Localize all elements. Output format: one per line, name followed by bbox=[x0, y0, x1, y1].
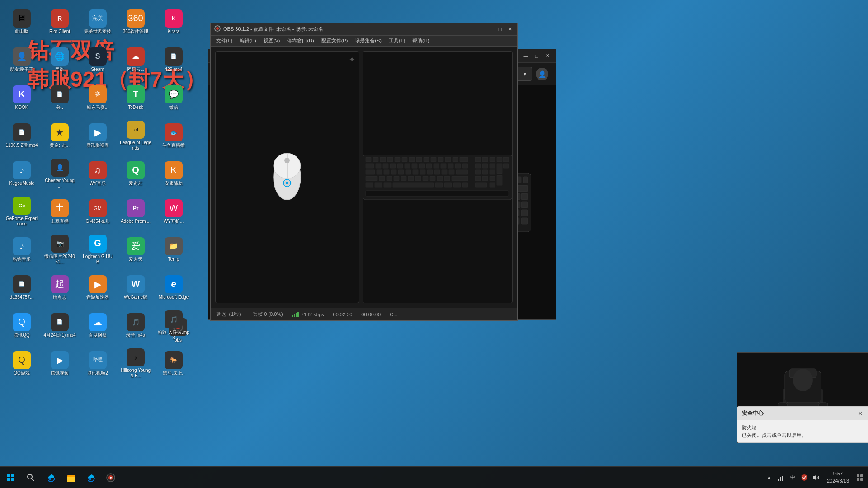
desktop-icon-tudou[interactable]: 土 土豆直播 bbox=[42, 193, 78, 230]
desktop-icon-steam[interactable]: S Steam bbox=[80, 42, 116, 78]
desktop-icon-wx2024[interactable]: 📷 微信图片2024051... bbox=[42, 231, 78, 267]
taskbar-search-btn[interactable] bbox=[22, 469, 40, 487]
desktop-icon-qq-game[interactable]: Q QQ游戏 bbox=[4, 345, 40, 381]
notification-close-btn[interactable]: ✕ bbox=[858, 410, 863, 417]
taskbar: ▲ 中 bbox=[0, 466, 868, 488]
huangjin-icon: ★ bbox=[51, 123, 69, 141]
tray-expand-icon[interactable]: ▲ bbox=[764, 473, 774, 482]
tray-network-icon[interactable] bbox=[776, 473, 785, 482]
svg-rect-218 bbox=[482, 170, 488, 174]
desktop-icon-wechat[interactable]: 💬 微信 bbox=[156, 80, 192, 116]
obs-menu-help[interactable]: 帮助(H) bbox=[409, 37, 433, 45]
obs-mouse-settings-icon: ✦ bbox=[349, 55, 355, 64]
obs-close-btn[interactable]: ✕ bbox=[506, 26, 514, 33]
desktop-icon-kirara[interactable]: K Kirara bbox=[156, 4, 192, 40]
desktop-icon-wy-open[interactable]: W WY开扩... bbox=[156, 193, 192, 230]
svg-rect-153 bbox=[402, 157, 407, 162]
taskbar-clock[interactable]: 9:57 2024/8/13 bbox=[823, 470, 853, 484]
desktop-icon-edge[interactable]: e Microsoft Edge bbox=[156, 269, 192, 305]
desktop-icon-mp4-429[interactable]: 📄 429.mp4 bbox=[156, 42, 192, 78]
desktop-icon-douyu[interactable]: 🐟 斗鱼直播推 bbox=[156, 117, 192, 154]
desktop-icon-tengxun-video[interactable]: ▶ 腾讯影视库 bbox=[80, 117, 116, 154]
jsmz-label: 赣东马赛... bbox=[87, 105, 108, 110]
svg-rect-149 bbox=[373, 157, 378, 162]
desktop-icon-bilibili-pan[interactable]: 哔哩 腾讯视频2 bbox=[80, 345, 116, 381]
tray-security-icon[interactable] bbox=[800, 473, 809, 482]
desktop-icon-portrait[interactable]: 👤 朋友:刷干千 bbox=[4, 42, 40, 78]
obs-maximize-btn[interactable]: □ bbox=[496, 26, 504, 33]
tray-volume-icon[interactable] bbox=[811, 473, 821, 482]
user-account-icon[interactable]: 👤 bbox=[536, 68, 548, 80]
svg-rect-175 bbox=[462, 164, 468, 168]
svg-rect-208 bbox=[462, 183, 468, 187]
obs-menu-tools[interactable]: 工具(T) bbox=[385, 37, 409, 45]
desktop-icon-iqiyi[interactable]: Q 爱奇艺 bbox=[118, 155, 154, 192]
desktop-icon-baidu-pan[interactable]: ☁ 百度网盘 bbox=[80, 307, 116, 343]
desktop-icon-iqiyi2[interactable]: 爱 爱大天 bbox=[118, 231, 154, 267]
desktop-icon-kugou[interactable]: ♪ KugouMusic bbox=[4, 155, 40, 192]
taskbar-explorer-icon[interactable] bbox=[61, 468, 80, 487]
svg-rect-217 bbox=[475, 170, 481, 174]
svg-rect-224 bbox=[475, 183, 487, 187]
desktop-icon-chester[interactable]: 👤 Chester Young ... bbox=[42, 155, 78, 192]
desktop-icon-temp[interactable]: 📁 Temp bbox=[156, 231, 192, 267]
obs-minimize-btn[interactable]: — bbox=[486, 26, 494, 33]
desktop-icon-huangjin[interactable]: ★ 黄金: 进... bbox=[42, 117, 78, 154]
obs-menu-view[interactable]: 视图(V) bbox=[260, 37, 284, 45]
tray-ime-icon[interactable]: 中 bbox=[788, 473, 797, 482]
desktop-icon-da364[interactable]: 📄 da364757... bbox=[4, 269, 40, 305]
desktop-icon-zhenpo[interactable]: 🎵 箱路-入阵破.mp3 bbox=[156, 307, 192, 343]
obs-mouse-panel: ✦ bbox=[215, 51, 359, 303]
desktop-icon-jsmz[interactable]: 赛 赣东马赛... bbox=[80, 80, 116, 116]
desktop-icon-wy-music[interactable]: ♫ WY音乐 bbox=[80, 155, 116, 192]
desktop-icon-heima[interactable]: 🐎 黑马:未上.. bbox=[156, 345, 192, 381]
svg-rect-172 bbox=[441, 164, 446, 168]
obs-menu-profile[interactable]: 配置文件(P) bbox=[318, 37, 352, 45]
desktop-icon-adobe-pr[interactable]: Pr Adobe Premi... bbox=[118, 193, 154, 230]
svg-rect-215 bbox=[490, 164, 495, 168]
desktop-icon-mp4-1100[interactable]: 📄 1100.5.2话.mp4 bbox=[4, 117, 40, 154]
desktop-icon-tengxun-video2[interactable]: ▶ 腾讯视频 bbox=[42, 345, 78, 381]
obs-menu-scene[interactable]: 场景集合(S) bbox=[351, 37, 385, 45]
desktop-icon-jx3[interactable]: 完美 完美世界竞技 bbox=[80, 4, 116, 40]
desktop-icon-hillsong[interactable]: ♪ Hillsong Young & F... bbox=[118, 345, 154, 381]
taskbar-edge-icon[interactable] bbox=[42, 468, 61, 487]
svg-rect-191 bbox=[387, 176, 392, 181]
taskbar-edge2-icon[interactable] bbox=[81, 468, 100, 487]
desktop-icon-lol[interactable]: LoL League of Legends bbox=[118, 117, 154, 154]
desktop-icon-logitech-ghub[interactable]: G Logitech G HUB bbox=[80, 231, 116, 267]
desktop-icon-fen[interactable]: 📄 分.. bbox=[42, 80, 78, 116]
svg-rect-156 bbox=[424, 157, 429, 162]
obs-menu-file[interactable]: 文件(F) bbox=[212, 37, 236, 45]
tray-notification-icon[interactable] bbox=[855, 473, 864, 482]
desktop-icon-kugou163[interactable]: ♪ 酷狗音乐 bbox=[4, 231, 40, 267]
logitech-maximize-btn[interactable]: □ bbox=[533, 52, 540, 60]
desktop-icon-360[interactable]: 360 360软件管理 bbox=[118, 4, 154, 40]
desktop-icon-wegame[interactable]: W WeGame版 bbox=[118, 269, 154, 305]
desktop-icon-kuaishou-accel[interactable]: ▶ 音游加速器 bbox=[80, 269, 116, 305]
desktop-icon-film-0424[interactable]: 📄 4月24日(1).mp4 bbox=[42, 307, 78, 343]
obs-menu-edit[interactable]: 编辑(E) bbox=[236, 37, 260, 45]
obs-menu-dockwindow[interactable]: 停靠窗口(D) bbox=[283, 37, 317, 45]
desktop-icon-todesk[interactable]: T ToDesk bbox=[118, 80, 154, 116]
svg-rect-158 bbox=[438, 157, 443, 162]
desktop-icon-qq[interactable]: Q 腾讯QQ bbox=[4, 307, 40, 343]
start-button[interactable] bbox=[0, 467, 22, 488]
adobe-pr-icon: Pr bbox=[127, 199, 145, 217]
desktop-icon-ankang[interactable]: K 安康辅助 bbox=[156, 155, 192, 192]
desktop-icon-qidian[interactable]: 起 绮点志 bbox=[42, 269, 78, 305]
desktop-icon-netease[interactable]: ☁ 网易云... bbox=[118, 42, 154, 78]
svg-point-139 bbox=[216, 27, 219, 30]
desktop-icon-gm354[interactable]: GM GM354魂儿 bbox=[80, 193, 116, 230]
logitech-minimize-btn[interactable]: — bbox=[522, 52, 529, 60]
desktop-icon-kook[interactable]: K KOOK bbox=[4, 80, 40, 116]
desktop-icon-network[interactable]: 🌐 网络 bbox=[42, 42, 78, 78]
desktop-icon-riot[interactable]: R Riot Client bbox=[42, 4, 78, 40]
taskbar-obs-icon[interactable] bbox=[101, 468, 120, 487]
desktop-icon-computer[interactable]: 🖥 此电脑 bbox=[4, 4, 40, 40]
svg-line-248 bbox=[32, 479, 34, 481]
logitech-close-btn[interactable]: ✕ bbox=[544, 52, 551, 60]
desktop-icon-geforce[interactable]: Ge GeForce Experience bbox=[4, 193, 40, 230]
desktop-icon-luyin[interactable]: 🎵 录音.m4a bbox=[118, 307, 154, 343]
netease-label: 网易云... bbox=[127, 67, 144, 72]
